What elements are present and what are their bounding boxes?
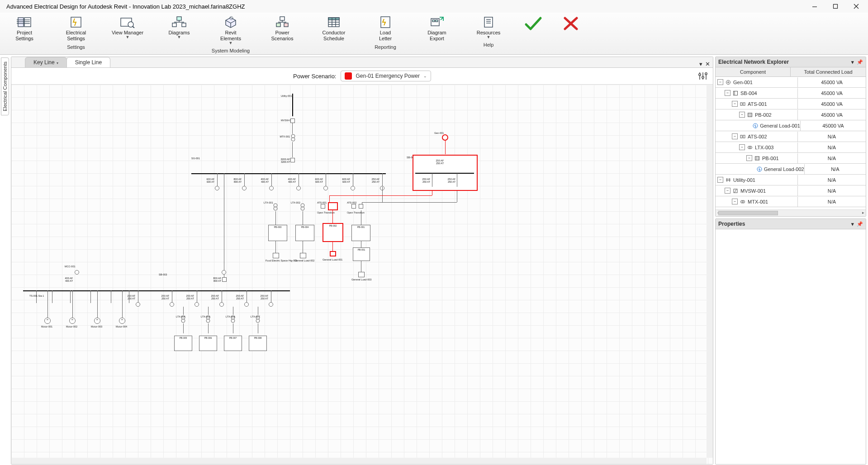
tabs-menu-caret[interactable]: ▾	[699, 61, 702, 67]
conductor-schedule-button[interactable]: Conductor Schedule	[315, 14, 353, 43]
accept-button[interactable]	[521, 14, 545, 33]
tab-single-line[interactable]: Single Line	[66, 57, 110, 67]
svg-point-42	[702, 76, 704, 78]
tree-item-label: Utility-001	[733, 177, 755, 183]
svg-rect-31	[432, 20, 435, 22]
tree-item-label: PB-002	[755, 112, 772, 118]
expand-toggle[interactable]: −	[746, 155, 752, 161]
pb007-node[interactable]: PB-007	[224, 336, 242, 351]
tree-row[interactable]: General Load-00145000 VA	[716, 120, 866, 131]
pb005-node[interactable]: PB-005	[174, 336, 192, 351]
gen001-node[interactable]	[442, 134, 448, 141]
pb003-node[interactable]: PB-003	[268, 225, 287, 241]
col-total-load[interactable]: Total Connected Load	[791, 67, 866, 76]
load-letter-button[interactable]: Load Letter	[366, 14, 404, 43]
load-icon	[757, 166, 762, 172]
power-scenarios-button[interactable]: Power Scenarios	[263, 14, 301, 46]
diagram-export-label: Diagram Export	[427, 30, 446, 42]
vertical-scrollbar[interactable]	[707, 85, 713, 458]
expand-toggle[interactable]: −	[725, 90, 730, 96]
tree-row[interactable]: −PB-00245000 VA	[716, 109, 866, 120]
tree-row[interactable]: −SB-00445000 VA	[716, 88, 866, 99]
ats001-node[interactable]	[328, 202, 338, 210]
diagram-export-button[interactable]: Diagram Export	[418, 14, 456, 43]
view-manager-button[interactable]: View Manager▼	[109, 14, 147, 43]
pb-icon	[754, 155, 760, 161]
project-settings-button[interactable]: Project Settings	[5, 14, 43, 43]
tab-key-line[interactable]: Key Line▾	[25, 57, 67, 67]
close-button[interactable]	[852, 2, 861, 11]
tree-row[interactable]: −MVSW-001N/A	[716, 185, 866, 196]
pb001-node-a[interactable]: PB-001	[351, 225, 370, 241]
expand-toggle[interactable]: −	[732, 101, 738, 107]
single-line-diagram-canvas[interactable]: Utility-001 MVSW-001 MTX-001 SG-001 3200…	[11, 85, 713, 464]
conductor-schedule-label: Conductor Schedule	[323, 30, 346, 42]
chevron-down-icon: ▼	[487, 35, 491, 39]
tree-item-load: N/A	[797, 153, 866, 163]
revit-elements-button[interactable]: Revit Elements▼	[212, 14, 250, 46]
pb002-node[interactable]: PB-002	[323, 223, 343, 242]
expand-toggle[interactable]: −	[732, 199, 738, 204]
tree-row[interactable]: −LTX-003N/A	[716, 142, 866, 153]
svg-rect-5	[24, 18, 31, 27]
ribbon-group-title: Help	[484, 41, 494, 47]
expand-toggle[interactable]: −	[717, 177, 723, 183]
expand-toggle[interactable]: −	[732, 133, 738, 139]
svg-rect-22	[284, 23, 288, 27]
cancel-button[interactable]	[559, 14, 583, 33]
chevron-down-icon: ⌄	[423, 74, 427, 78]
col-component[interactable]: Component	[716, 67, 791, 76]
properties-pin-icon[interactable]: 📌	[857, 221, 863, 227]
expand-toggle[interactable]: −	[739, 112, 745, 118]
svg-rect-64	[743, 103, 745, 105]
load-letter-label: Load Letter	[379, 30, 392, 42]
motor2-node[interactable]: M	[69, 318, 76, 324]
electrical-settings-label: Electrical Settings	[66, 30, 86, 42]
tree-row[interactable]: General Load-002N/A	[716, 164, 866, 175]
diagrams-icon	[170, 15, 188, 29]
svg-rect-69	[740, 135, 742, 138]
diagrams-button[interactable]: Diagrams▼	[160, 14, 198, 46]
chevron-down-icon: ▼	[126, 35, 130, 39]
tree-item-load: N/A	[797, 142, 866, 152]
tree-item-label: MTX-001	[748, 199, 768, 204]
pb006-node[interactable]: PB-006	[199, 336, 217, 351]
explorer-pin-icon[interactable]: 📌	[857, 59, 863, 65]
chevron-down-icon: ▼	[177, 35, 181, 39]
resources-button[interactable]: Resources▼	[470, 14, 508, 40]
explorer-menu-caret[interactable]: ▾	[851, 59, 854, 65]
tree-item-load: N/A	[797, 132, 866, 142]
tree-row[interactable]: −PB-001N/A	[716, 153, 866, 164]
motor3-node[interactable]: M	[94, 318, 100, 324]
motor1-node[interactable]: M	[44, 318, 51, 324]
ats-icon	[740, 101, 746, 107]
svg-rect-21	[276, 23, 280, 27]
properties-menu-caret[interactable]: ▾	[851, 221, 854, 227]
maximize-button[interactable]	[831, 2, 840, 11]
tree-row[interactable]: −Gen-00145000 VA	[716, 77, 866, 88]
pb004-node[interactable]: PB-004	[295, 225, 314, 241]
expand-toggle[interactable]: −	[739, 144, 745, 150]
general-load-001-node[interactable]	[330, 251, 336, 256]
tree-item-load: 45000 VA	[797, 110, 866, 120]
pb008-node[interactable]: PB-008	[249, 336, 267, 351]
electrical-components-tab[interactable]: Electrical Components	[1, 57, 9, 115]
gen001-label: Gen-001	[434, 132, 444, 134]
tree-row[interactable]: −ATS-00145000 VA	[716, 99, 866, 109]
minimize-button[interactable]	[810, 2, 819, 11]
power-scenarios-label: Power Scenarios	[271, 30, 294, 42]
expand-toggle[interactable]: −	[725, 188, 730, 194]
scenario-dropdown[interactable]: Gen-01 Emergency Power ⌄	[341, 71, 431, 81]
svg-rect-73	[755, 157, 759, 160]
resources-icon	[479, 15, 498, 29]
horizontal-scrollbar[interactable]	[11, 458, 707, 464]
tree-row[interactable]: −ATS-002N/A	[716, 131, 866, 142]
display-settings-icon[interactable]	[697, 71, 708, 83]
explorer-horizontal-scrollbar[interactable]: ◂ ▸	[716, 209, 866, 216]
motor4-node[interactable]: M	[119, 318, 125, 324]
tabs-close-icon[interactable]: ✕	[705, 61, 710, 67]
tree-row[interactable]: −MTX-001N/A	[716, 196, 866, 207]
electrical-settings-button[interactable]: Electrical Settings	[57, 14, 95, 43]
expand-toggle[interactable]: −	[717, 79, 723, 85]
tree-row[interactable]: −Utility-001N/A	[716, 175, 866, 185]
